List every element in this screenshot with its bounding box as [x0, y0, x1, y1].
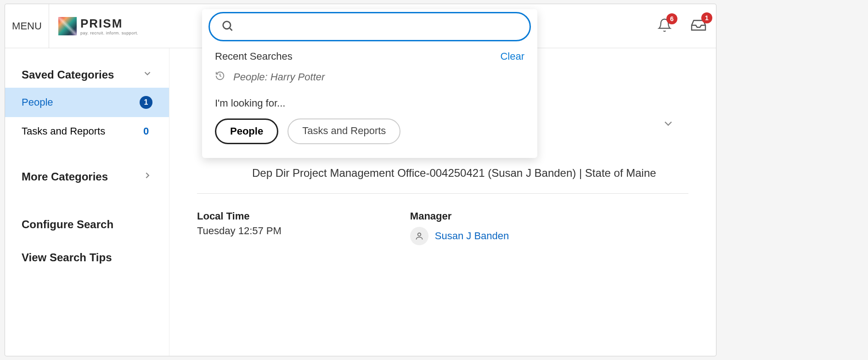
- sidebar-item-count: 0: [140, 125, 152, 137]
- chevron-down-icon: [142, 68, 152, 81]
- divider: [197, 193, 688, 194]
- topbar-actions: 6 1: [657, 4, 707, 48]
- detail-row: Local Time Tuesday 12:57 PM Manager Susa…: [197, 210, 688, 245]
- result-subtitle: Dep Dir Project Management Office-004250…: [252, 167, 688, 180]
- recent-search-item[interactable]: People: Harry Potter: [215, 71, 524, 84]
- local-time-value: Tuesday 12:57 PM: [197, 225, 282, 237]
- more-categories-label: More Categories: [22, 170, 108, 183]
- sidebar-item-count: 1: [140, 96, 152, 109]
- local-time-block: Local Time Tuesday 12:57 PM: [197, 210, 282, 245]
- view-search-tips-link[interactable]: View Search Tips: [5, 241, 169, 274]
- logo-name: PRISM: [80, 17, 138, 31]
- logo-tagline: pay. recruit. inform. support.: [80, 31, 138, 35]
- svg-point-1: [223, 22, 231, 29]
- recent-search-text: People: Harry Potter: [233, 71, 325, 83]
- card-collapse-toggle[interactable]: [662, 117, 675, 132]
- local-time-label: Local Time: [197, 210, 282, 222]
- scope-chip-row: People Tasks and Reports: [215, 118, 524, 144]
- inbox-button[interactable]: 1: [690, 17, 707, 35]
- sidebar-item-people[interactable]: People 1: [5, 88, 169, 117]
- history-icon: [215, 71, 225, 84]
- inbox-badge: 1: [701, 12, 712, 23]
- looking-for-label: I'm looking for...: [215, 97, 524, 109]
- saved-categories-label: Saved Categories: [22, 68, 114, 81]
- search-input[interactable]: [241, 20, 519, 34]
- search-dropdown: Recent Searches Clear People: Harry Pott…: [202, 9, 537, 158]
- logo-icon: [58, 17, 77, 35]
- sidebar-item-tasks-and-reports[interactable]: Tasks and Reports 0: [5, 117, 169, 146]
- more-categories-header[interactable]: More Categories: [22, 164, 152, 190]
- svg-point-0: [418, 233, 421, 236]
- scope-chip-people[interactable]: People: [215, 118, 278, 144]
- chevron-down-icon: [662, 117, 675, 130]
- scope-chip-tasks-and-reports[interactable]: Tasks and Reports: [287, 118, 400, 144]
- person-icon: [410, 227, 428, 245]
- sidebar-item-label: People: [22, 96, 53, 108]
- manager-label: Manager: [410, 210, 509, 222]
- svg-line-2: [230, 28, 232, 30]
- search-field-wrapper[interactable]: [209, 12, 531, 41]
- notifications-button[interactable]: 6: [657, 18, 672, 34]
- manager-link[interactable]: Susan J Banden: [435, 230, 509, 242]
- recent-searches-label: Recent Searches: [215, 51, 293, 62]
- menu-button[interactable]: MENU: [5, 4, 49, 48]
- recent-searches-header: Recent Searches Clear: [215, 51, 524, 62]
- search-icon: [221, 19, 234, 34]
- chevron-right-icon: [142, 170, 152, 183]
- logo[interactable]: PRISM pay. recruit. inform. support.: [49, 4, 147, 48]
- saved-categories-header[interactable]: Saved Categories: [22, 62, 152, 88]
- clear-recent-button[interactable]: Clear: [500, 51, 524, 62]
- configure-search-link[interactable]: Configure Search: [5, 208, 169, 241]
- sidebar: Saved Categories People 1 Tasks and Repo…: [5, 48, 169, 356]
- sidebar-item-label: Tasks and Reports: [22, 125, 105, 137]
- manager-block: Manager Susan J Banden: [410, 210, 509, 245]
- notifications-badge: 6: [666, 13, 677, 24]
